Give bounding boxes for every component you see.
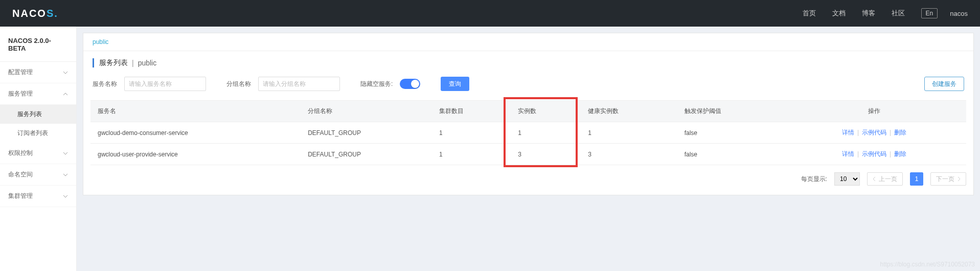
sidebar-subitem[interactable]: 订阅者列表 (0, 124, 76, 143)
table-row: gwcloud-demo-consumer-serviceDEFAULT_GRO… (90, 122, 966, 144)
nav-blog[interactable]: 博客 (862, 9, 875, 18)
next-page-button[interactable]: 下一页 (930, 172, 966, 186)
hide-empty-toggle[interactable] (400, 79, 420, 89)
op-delete[interactable]: 删除 (894, 150, 906, 157)
table-row: gwcloud-user-provide-serviceDEFAULT_GROU… (90, 144, 966, 165)
table-cell: gwcloud-user-provide-service (90, 144, 301, 165)
sidebar-item[interactable]: 集群管理 (0, 186, 76, 207)
service-name-input[interactable] (124, 77, 206, 91)
table-cell: false (677, 122, 783, 144)
table-cell: DEFAULT_GROUP (301, 122, 432, 144)
chevron-right-icon (956, 177, 961, 181)
table-header-cell: 服务名 (90, 101, 301, 122)
sidebar: NACOS 2.0.0-BETA 配置管理服务管理服务列表订阅者列表权限控制命名… (0, 27, 77, 271)
group-name-label: 分组名称 (226, 80, 251, 88)
table-cell: 1 (432, 144, 511, 165)
chevron-left-icon (873, 177, 877, 181)
sidebar-item-label: 服务管理 (8, 89, 33, 98)
top-header: NACOS. 首页 文档 博客 社区 En nacos (0, 0, 980, 27)
logo: NACOS. (12, 8, 58, 19)
table-header-cell: 触发保护阈值 (677, 101, 783, 122)
chevron-down-icon (63, 194, 68, 199)
user-menu[interactable]: nacos (950, 10, 968, 17)
op-sample-code[interactable]: 示例代码 (862, 150, 886, 157)
op-delete[interactable]: 删除 (894, 129, 906, 136)
create-service-button[interactable]: 创建服务 (924, 77, 964, 91)
lang-switch[interactable]: En (921, 8, 938, 18)
query-button[interactable]: 查询 (441, 77, 469, 91)
main-content: public 服务列表 | public 服务名称 分组名称 隐藏空服务: (77, 27, 980, 271)
sidebar-subitem[interactable]: 服务列表 (0, 105, 76, 124)
sidebar-item-label: 配置管理 (8, 68, 33, 77)
table-cell: 1 (511, 122, 581, 144)
table-ops-cell: 详情|示例代码|删除 (782, 144, 966, 165)
hide-empty-label: 隐藏空服务: (360, 80, 393, 88)
sidebar-item[interactable]: 配置管理 (0, 62, 76, 83)
page-title-namespace: public (138, 59, 157, 67)
chevron-down-icon (63, 172, 68, 177)
prev-page-button[interactable]: 上一页 (867, 172, 903, 186)
page-size-label: 每页显示: (801, 175, 827, 184)
table-cell: 3 (511, 144, 581, 165)
chevron-up-icon (63, 92, 68, 97)
nav-community[interactable]: 社区 (892, 9, 905, 18)
sidebar-item-label: 集群管理 (8, 192, 33, 200)
sidebar-item-label: 权限控制 (8, 149, 33, 157)
table-cell: 3 (581, 144, 677, 165)
title-separator: | (132, 59, 134, 67)
chevron-down-icon (63, 70, 68, 75)
table-header-cell: 分组名称 (301, 101, 432, 122)
page-title: 服务列表 | public (93, 58, 156, 67)
table-header-cell: 实例数 (511, 101, 581, 122)
op-detail[interactable]: 详情 (842, 129, 854, 136)
service-name-label: 服务名称 (93, 80, 117, 88)
table-cell: 1 (581, 122, 677, 144)
filter-bar: 服务名称 分组名称 隐藏空服务: 查询 创建服务 (83, 72, 973, 100)
op-detail[interactable]: 详情 (842, 150, 854, 157)
table-cell: gwcloud-demo-consumer-service (90, 122, 301, 144)
service-table: 服务名分组名称集群数目实例数健康实例数触发保护阈值操作 gwcloud-demo… (90, 100, 966, 165)
version-label: NACOS 2.0.0-BETA (0, 27, 76, 62)
namespace-tab-public[interactable]: public (93, 38, 108, 46)
pagination: 每页显示: 10 上一页 1 下一页 (83, 165, 973, 195)
nav-home[interactable]: 首页 (803, 9, 816, 18)
page-size-select[interactable]: 10 (834, 172, 860, 186)
op-sample-code[interactable]: 示例代码 (862, 129, 886, 136)
sidebar-item[interactable]: 服务管理 (0, 83, 76, 105)
group-name-input[interactable] (258, 77, 340, 91)
nav-docs[interactable]: 文档 (832, 9, 846, 18)
sidebar-item[interactable]: 命名空间 (0, 164, 76, 186)
table-cell: DEFAULT_GROUP (301, 144, 432, 165)
page-number-current[interactable]: 1 (910, 172, 923, 186)
table-header-cell: 健康实例数 (581, 101, 677, 122)
sidebar-item[interactable]: 权限控制 (0, 143, 76, 164)
table-ops-cell: 详情|示例代码|删除 (782, 122, 966, 144)
table-header-cell: 操作 (782, 101, 966, 122)
table-cell: false (677, 144, 783, 165)
sidebar-item-label: 命名空间 (8, 170, 33, 179)
table-cell: 1 (432, 122, 511, 144)
table-header-cell: 集群数目 (432, 101, 511, 122)
header-nav: 首页 文档 博客 社区 En (803, 8, 938, 18)
namespace-tabs: public (83, 33, 973, 51)
chevron-down-icon (63, 151, 68, 156)
page-title-text: 服务列表 (99, 58, 128, 67)
